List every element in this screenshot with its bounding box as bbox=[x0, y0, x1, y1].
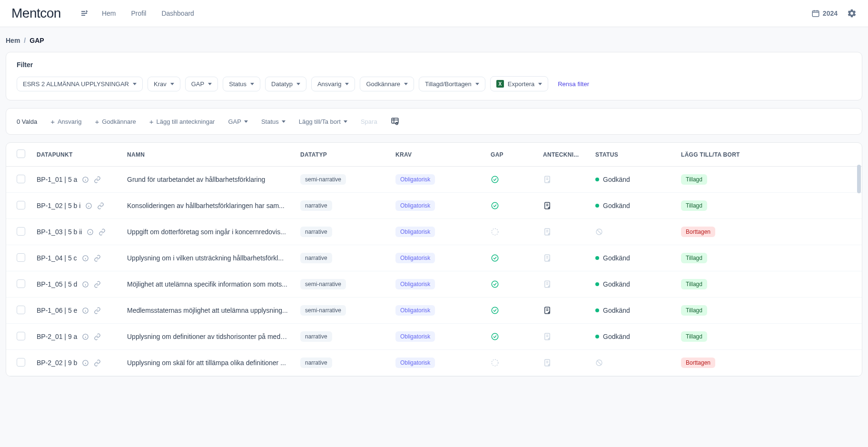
table-row[interactable]: BP-1_06 | 5 e Medlemsstaternas möjlighet… bbox=[6, 298, 862, 324]
datapunkt-id: BP-1_02 | 5 b i bbox=[37, 202, 80, 209]
notes-icon[interactable] bbox=[543, 228, 584, 236]
info-icon[interactable] bbox=[82, 255, 89, 262]
row-checkbox[interactable] bbox=[17, 332, 25, 340]
link-icon[interactable] bbox=[94, 307, 101, 314]
col-namn[interactable]: NAMN bbox=[121, 143, 295, 167]
chevron-down-icon bbox=[244, 120, 248, 123]
info-icon[interactable] bbox=[82, 281, 89, 288]
table-row[interactable]: BP-2_02 | 9 b Upplysning om skäl för att… bbox=[6, 350, 862, 376]
col-datatyp[interactable]: DATATYP bbox=[295, 143, 390, 167]
year-label: 2024 bbox=[823, 10, 838, 17]
nav-dashboard[interactable]: Dashboard bbox=[161, 10, 194, 17]
table-row[interactable]: BP-1_03 | 5 b ii Uppgift om dotterföreta… bbox=[6, 219, 862, 245]
row-checkbox[interactable] bbox=[17, 306, 25, 314]
nav-links: Hem Profil Dashboard bbox=[102, 10, 194, 17]
filter-datatyp[interactable]: Datatyp bbox=[265, 77, 306, 91]
chevron-down-icon bbox=[344, 120, 347, 123]
breadcrumb-current: GAP bbox=[30, 37, 44, 44]
table-row[interactable]: BP-2_01 | 9 a Upplysning om definitioner… bbox=[6, 324, 862, 350]
table-settings-icon[interactable] bbox=[391, 117, 399, 126]
row-checkbox[interactable] bbox=[17, 175, 25, 183]
info-icon[interactable] bbox=[85, 202, 92, 209]
filter-title: Filter bbox=[17, 61, 851, 69]
nav-home[interactable]: Hem bbox=[102, 10, 116, 17]
link-icon[interactable] bbox=[94, 359, 101, 367]
bulk-status[interactable]: Status bbox=[261, 118, 286, 125]
clear-filter-link[interactable]: Rensa filter bbox=[558, 80, 589, 88]
notes-icon[interactable] bbox=[543, 358, 584, 367]
notes-icon[interactable] bbox=[543, 280, 584, 288]
bulk-gap[interactable]: GAP bbox=[228, 118, 247, 125]
filter-gap[interactable]: GAP bbox=[185, 77, 218, 91]
link-icon[interactable] bbox=[94, 176, 101, 183]
filter-datatyp-label: Datatyp bbox=[271, 80, 293, 88]
status-dot-icon bbox=[595, 335, 599, 338]
info-icon[interactable] bbox=[82, 359, 89, 367]
filter-tillagd[interactable]: Tillagd/Borttagen bbox=[419, 77, 485, 91]
col-gap[interactable]: GAP bbox=[485, 143, 537, 167]
info-icon[interactable] bbox=[82, 333, 89, 340]
bulk-addremove[interactable]: Lägg till/Ta bort bbox=[299, 118, 347, 125]
select-all-checkbox[interactable] bbox=[17, 149, 25, 158]
year-selector[interactable]: 2024 bbox=[811, 9, 838, 18]
link-icon[interactable] bbox=[94, 281, 101, 288]
krav-badge: Obligatorisk bbox=[395, 358, 435, 368]
filter-ansvarig[interactable]: Ansvarig bbox=[311, 77, 355, 91]
link-icon[interactable] bbox=[97, 202, 104, 209]
sidebar-toggle-icon[interactable] bbox=[80, 9, 89, 18]
row-checkbox[interactable] bbox=[17, 227, 25, 236]
krav-badge: Obligatorisk bbox=[395, 305, 435, 316]
table-row[interactable]: BP-1_01 | 5 a Grund för utarbetandet av … bbox=[6, 167, 862, 193]
svg-point-7 bbox=[492, 202, 498, 209]
col-datapunkt[interactable]: DATAPUNKT bbox=[31, 143, 121, 167]
breadcrumb-home[interactable]: Hem bbox=[6, 37, 20, 44]
export-button[interactable]: XExportera bbox=[490, 76, 548, 91]
row-checkbox[interactable] bbox=[17, 253, 25, 262]
table-row[interactable]: BP-1_05 | 5 d Möjlighet att utelämna spe… bbox=[6, 271, 862, 298]
plus-icon: + bbox=[95, 118, 99, 126]
row-name: Möjlighet att utelämna specifik informat… bbox=[127, 280, 289, 288]
bulk-godkannare[interactable]: +Godkännare bbox=[95, 118, 136, 126]
filter-godkannare[interactable]: Godkännare bbox=[360, 77, 414, 91]
filter-status[interactable]: Status bbox=[223, 77, 260, 91]
scrollbar[interactable] bbox=[857, 165, 861, 193]
notes-icon[interactable] bbox=[543, 175, 584, 184]
state-badge-added: Tillagd bbox=[681, 279, 707, 289]
row-name: Upplysning om definitioner av tidshoriso… bbox=[127, 333, 289, 340]
app-logo[interactable]: Mentcon bbox=[11, 6, 61, 21]
notes-icon[interactable] bbox=[543, 306, 584, 315]
link-icon[interactable] bbox=[94, 255, 101, 262]
info-icon[interactable] bbox=[87, 228, 94, 236]
link-icon[interactable] bbox=[99, 228, 106, 236]
notes-icon[interactable] bbox=[543, 332, 584, 341]
bulk-notes[interactable]: +Lägg till anteckningar bbox=[149, 118, 215, 126]
info-icon[interactable] bbox=[82, 307, 89, 314]
notes-icon[interactable] bbox=[543, 201, 584, 210]
state-badge-added: Tillagd bbox=[681, 331, 707, 342]
col-krav[interactable]: KRAV bbox=[390, 143, 485, 167]
notes-icon[interactable] bbox=[543, 254, 584, 262]
save-button[interactable]: Spara bbox=[361, 118, 377, 125]
col-lagg[interactable]: LÄGG TILL/TA BORT bbox=[675, 143, 862, 167]
settings-icon[interactable] bbox=[847, 9, 857, 18]
svg-point-10 bbox=[492, 228, 498, 235]
table-row[interactable]: BP-1_02 | 5 b i Konsolideringen av hållb… bbox=[6, 193, 862, 219]
table-row[interactable]: BP-1_04 | 5 c Upplysning om i vilken uts… bbox=[6, 245, 862, 271]
nav-profile[interactable]: Profil bbox=[131, 10, 146, 17]
datatype-badge: narrative bbox=[300, 358, 332, 368]
svg-point-26 bbox=[492, 359, 498, 366]
row-checkbox[interactable] bbox=[17, 358, 25, 367]
bulk-ansvarig[interactable]: +Ansvarig bbox=[50, 118, 81, 126]
state-badge-added: Tillagd bbox=[681, 174, 707, 185]
row-checkbox[interactable] bbox=[17, 279, 25, 288]
col-status[interactable]: STATUS bbox=[590, 143, 675, 167]
info-icon[interactable] bbox=[82, 176, 89, 183]
col-anteckn[interactable]: ANTECKNI... bbox=[537, 143, 590, 167]
status-approved: Godkänd bbox=[595, 254, 670, 262]
krav-badge: Obligatorisk bbox=[395, 331, 435, 342]
chevron-down-icon bbox=[170, 83, 174, 85]
filter-esrs[interactable]: ESRS 2 ALLMÄNNA UPPLYSNINGAR bbox=[17, 77, 143, 91]
row-checkbox[interactable] bbox=[17, 201, 25, 209]
filter-krav[interactable]: Krav bbox=[148, 77, 180, 91]
link-icon[interactable] bbox=[94, 333, 101, 340]
